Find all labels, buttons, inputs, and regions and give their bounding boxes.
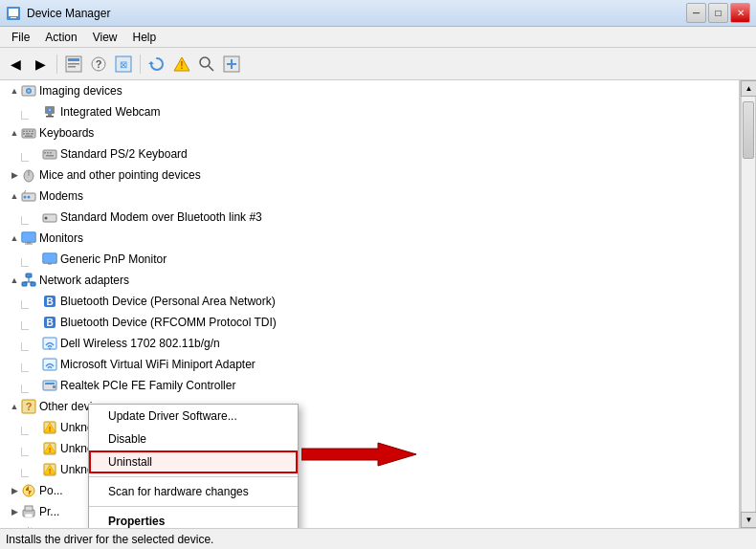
svg-point-68 (49, 348, 51, 350)
tree-item-dell-wifi[interactable]: Dell Wireless 1702 802.11b/g/n (0, 333, 739, 354)
svg-text:!: ! (49, 446, 52, 454)
svg-marker-11 (148, 61, 154, 64)
help-button[interactable]: ? (87, 53, 110, 76)
tree-item-ms-wifi[interactable]: Microsoft Virtual WiFi Miniport Adapter (0, 354, 739, 375)
expand-unknown1 (29, 421, 42, 434)
scroll-down-button[interactable]: ▼ (741, 512, 756, 528)
expand-dell-wifi (29, 337, 42, 350)
app-icon (6, 6, 21, 21)
menu-action[interactable]: Action (37, 29, 84, 46)
expand-imaging[interactable]: ▲ (8, 84, 21, 98)
warning-button[interactable]: ! (170, 53, 193, 76)
ctx-separator (89, 476, 298, 477)
forward-button[interactable]: ▶ (29, 53, 52, 76)
ctx-disable[interactable]: Disable (89, 428, 298, 450)
menu-help[interactable]: Help (125, 29, 165, 46)
scroll-thumb[interactable] (743, 101, 754, 159)
svg-rect-52 (27, 242, 31, 244)
svg-text:!: ! (49, 467, 52, 475)
expand-power[interactable]: ▶ (8, 484, 21, 497)
scrollbar[interactable]: ▲ ▼ (740, 80, 756, 528)
back-button[interactable]: ◀ (4, 53, 27, 76)
toolbar: ◀ ▶ ? ⊠ ! (0, 48, 756, 80)
ctx-properties[interactable]: Properties (89, 510, 298, 528)
svg-rect-87 (25, 514, 33, 517)
ctx-separator-2 (89, 506, 298, 507)
close-button[interactable]: ✕ (730, 3, 750, 23)
scan-button[interactable]: ⊠ (112, 53, 135, 76)
tree-item-bt-rfcomm[interactable]: B Bluetooth Device (RFCOMM Protocol TDI) (0, 312, 739, 333)
label-network: Network adapters (39, 272, 129, 289)
expand-network[interactable]: ▲ (8, 274, 21, 287)
expand-monitor-pnp (29, 253, 42, 266)
expand-unknown3 (29, 463, 42, 476)
svg-rect-6 (68, 66, 76, 68)
main-area: ▲ Imaging devices (0, 80, 756, 528)
icon-printers (21, 504, 36, 519)
minimize-button[interactable]: ─ (686, 3, 706, 23)
label-ms-wifi: Microsoft Virtual WiFi Miniport Adapter (60, 356, 256, 373)
expand-monitors[interactable]: ▲ (8, 231, 21, 245)
svg-line-15 (209, 66, 213, 71)
toolbar-sep-2 (140, 55, 141, 74)
add-button[interactable] (220, 53, 243, 76)
svg-rect-56 (48, 263, 52, 265)
label-monitors: Monitors (39, 230, 83, 247)
svg-rect-32 (23, 133, 25, 135)
svg-rect-39 (50, 152, 52, 154)
svg-marker-88 (22, 527, 29, 528)
refresh-button[interactable] (145, 53, 168, 76)
svg-rect-40 (46, 155, 54, 157)
scroll-up-button[interactable]: ▲ (741, 80, 756, 97)
tree-item-monitor-pnp[interactable]: Generic PnP Monitor (0, 249, 739, 270)
expand-webcam (29, 105, 42, 119)
context-menu: Update Driver Software... Disable Uninst… (88, 404, 299, 528)
ctx-uninstall[interactable]: Uninstall (89, 450, 298, 473)
expand-mice[interactable]: ▶ (8, 168, 21, 182)
svg-rect-55 (44, 254, 56, 262)
menu-file[interactable]: File (4, 29, 37, 46)
tree-item-imaging[interactable]: ▲ Imaging devices (0, 80, 739, 101)
tree-item-keyboards[interactable]: ▲ Keyboards (0, 122, 739, 143)
expand-ms-wifi (29, 358, 42, 371)
label-keyboard-std: Standard PS/2 Keyboard (60, 145, 188, 163)
tree-item-bt-pan[interactable]: B Bluetooth Device (Personal Area Networ… (0, 291, 739, 312)
svg-rect-86 (25, 506, 33, 511)
svg-text:B: B (46, 296, 53, 307)
expand-modems[interactable]: ▲ (8, 189, 21, 203)
find-button[interactable] (195, 53, 218, 76)
menu-view[interactable]: View (85, 29, 125, 46)
tree-item-keyboard-std[interactable]: Standard PS/2 Keyboard (0, 143, 739, 165)
tree-item-mice[interactable]: ▶ Mice and other pointing devices (0, 165, 739, 186)
label-monitor-pnp: Generic PnP Monitor (60, 251, 167, 268)
svg-rect-53 (25, 244, 33, 245)
svg-point-45 (24, 196, 27, 199)
tree-item-modems[interactable]: ▲ Modems (0, 186, 739, 207)
svg-rect-71 (45, 383, 55, 384)
expand-other[interactable]: ▲ (8, 400, 21, 413)
icon-monitor-pnp (42, 252, 57, 267)
tree-item-realtek[interactable]: Realtek PCIe FE Family Controller (0, 375, 739, 396)
icon-bt-rfcomm: B (42, 315, 57, 330)
svg-rect-58 (22, 282, 27, 286)
expand-printers[interactable]: ▶ (8, 505, 21, 518)
tree-item-webcam[interactable]: Integrated Webcam (0, 101, 739, 122)
tree-item-modem-bt[interactable]: Standard Modem over Bluetooth link #3 (0, 207, 739, 228)
label-modem-bt: Standard Modem over Bluetooth link #3 (60, 209, 262, 226)
expand-keyboards[interactable]: ▲ (8, 126, 21, 140)
properties-button[interactable] (62, 53, 85, 76)
label-power: Po... (39, 482, 63, 499)
menu-bar: File Action View Help (0, 27, 756, 48)
tree-item-monitors[interactable]: ▲ Monitors (0, 228, 739, 249)
device-tree[interactable]: ▲ Imaging devices (0, 80, 740, 528)
maximize-button[interactable]: □ (708, 3, 728, 23)
expand-realtek (29, 379, 42, 392)
svg-rect-30 (29, 131, 31, 133)
ctx-scan[interactable]: Scan for hardware changes (89, 480, 298, 503)
expand-sound[interactable]: ▶ (8, 526, 21, 528)
svg-rect-33 (26, 133, 30, 135)
svg-point-24 (49, 109, 51, 111)
icon-bt-pan: B (42, 294, 57, 309)
ctx-update-driver[interactable]: Update Driver Software... (89, 405, 298, 428)
tree-item-network[interactable]: ▲ Network adapters (0, 270, 739, 291)
